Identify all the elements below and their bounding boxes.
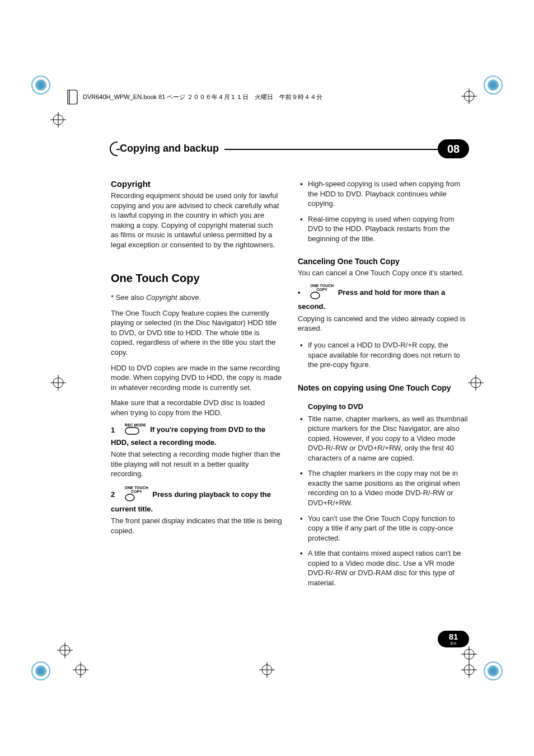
- list-item: You can't use the One Touch Copy functio…: [308, 514, 469, 543]
- print-header: DVR640H_WPW_EN.book 81 ページ ２００６年４月１１日 火曜…: [66, 89, 322, 105]
- one-touch-copy-button-icon: ONE TOUCH COPY: [125, 486, 148, 504]
- page-lang: En: [451, 641, 456, 646]
- crosshair-icon: [50, 375, 66, 391]
- paragraph: Make sure that a recordable DVD disc is …: [111, 398, 282, 417]
- svg-point-28: [125, 494, 134, 501]
- heading-one-touch-copy: One Touch Copy: [111, 272, 282, 285]
- list-item: If you cancel a HDD to DVD-R/+R copy, th…: [308, 340, 469, 370]
- chapter-number-pill: 08: [438, 139, 469, 158]
- registration-mark: [484, 76, 503, 95]
- text-italic: Copyright: [146, 293, 177, 302]
- cancel-step: • ONE TOUCH COPY Press and hold for more…: [298, 284, 469, 312]
- crosshair-icon: [468, 375, 484, 391]
- crosshair-icon: [57, 642, 73, 658]
- crosshair-icon: [259, 662, 275, 678]
- crosshair-icon: [461, 662, 477, 678]
- chapter-header: Copying and backup 08: [110, 142, 469, 156]
- crosshair-icon: [461, 88, 477, 104]
- page-number: 81: [449, 632, 458, 641]
- step-body: Copying is canceled and the video alread…: [298, 314, 469, 334]
- crosshair-icon: [73, 662, 88, 678]
- book-icon: [66, 89, 78, 105]
- bullet-list: High-speed copying is used when copying …: [298, 179, 469, 243]
- button-label: ONE TOUCH: [310, 284, 334, 288]
- page-number-badge: 81 En: [438, 631, 469, 647]
- button-label: ONE TOUCH: [125, 486, 148, 490]
- paragraph: Recording equipment should be used only …: [111, 191, 282, 250]
- registration-mark: [31, 661, 50, 680]
- page-content: Copyright Recording equipment should be …: [111, 179, 469, 593]
- heading-notes: Notes on copying using One Touch Copy: [298, 383, 469, 392]
- one-touch-copy-button-icon: ONE TOUCH COPY: [310, 284, 334, 302]
- heading-copying-to-dvd: Copying to DVD: [308, 402, 469, 411]
- chapter-number: 08: [447, 143, 460, 156]
- button-label: REC MODE: [125, 423, 146, 427]
- list-item: Real-time copying is used when copying f…: [308, 214, 469, 244]
- text: above.: [177, 293, 202, 302]
- button-label: COPY: [310, 288, 334, 292]
- list-item: The chapter markers in the copy may not …: [308, 468, 469, 508]
- step-body: Note that selecting a recording mode hig…: [111, 449, 282, 479]
- text: * See also: [111, 293, 146, 302]
- list-item: A title that contains mixed aspect ratio…: [308, 548, 469, 588]
- paragraph: You can cancel a One Touch Copy once it'…: [298, 268, 469, 278]
- chapter-title: Copying and backup: [120, 143, 224, 154]
- rec-mode-button-icon: REC MODE: [125, 423, 146, 438]
- paragraph: HDD to DVD copies are made in the same r…: [111, 363, 282, 393]
- list-item: High-speed copying is used when copying …: [308, 179, 469, 209]
- crosshair-icon: [50, 112, 66, 128]
- heading-canceling: Canceling One Touch Copy: [298, 257, 469, 266]
- svg-rect-27: [125, 428, 139, 434]
- print-header-text: DVR640H_WPW_EN.book 81 ページ ２００６年４月１１日 火曜…: [83, 93, 322, 101]
- crosshair-icon: [461, 646, 477, 662]
- right-column: High-speed copying is used when copying …: [298, 179, 469, 593]
- list-item: Title name, chapter markers, as well as …: [308, 414, 469, 463]
- registration-mark: [31, 76, 50, 95]
- bullet: •: [298, 288, 301, 297]
- bullet-list: Title name, chapter markers, as well as …: [298, 414, 469, 588]
- step-1: 1 REC MODE If you're copying from DVD to…: [111, 423, 282, 447]
- heading-copyright: Copyright: [111, 179, 282, 189]
- step-2: 2 ONE TOUCH COPY Press during playback t…: [111, 486, 282, 514]
- step-number: 1: [111, 426, 115, 434]
- step-number: 2: [111, 490, 115, 499]
- bullet-list: If you cancel a HDD to DVD-R/+R copy, th…: [298, 340, 469, 370]
- paragraph: The One Touch Copy feature copies the cu…: [111, 308, 282, 358]
- button-label: COPY: [125, 490, 148, 494]
- registration-mark: [484, 661, 503, 680]
- paragraph: * See also Copyright above.: [111, 293, 282, 303]
- step-body: The front panel display indicates that t…: [111, 516, 282, 536]
- svg-point-29: [311, 292, 320, 299]
- left-column: Copyright Recording equipment should be …: [111, 179, 282, 593]
